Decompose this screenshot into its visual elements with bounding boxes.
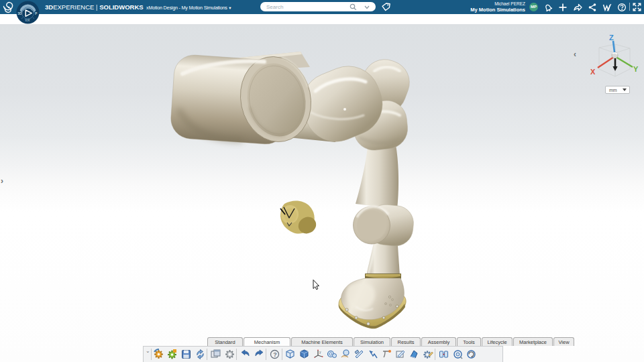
svg-text:3D: 3D (17, 11, 22, 15)
svg-text:Z: Z (609, 34, 614, 42)
svg-text:Y: Y (633, 65, 639, 73)
svg-text:y: y (319, 350, 321, 354)
svg-text:?: ? (273, 351, 277, 358)
svg-text:V.R: V.R (25, 19, 30, 22)
svg-text:X: X (590, 68, 596, 76)
